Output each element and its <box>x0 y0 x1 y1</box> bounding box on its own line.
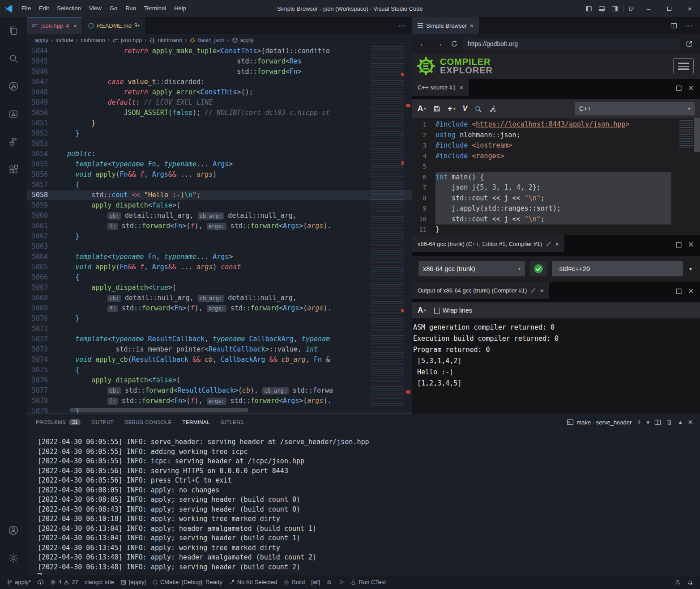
panel-tab-problems[interactable]: PROBLEMS31 <box>36 414 81 430</box>
notifications[interactable] <box>684 575 696 589</box>
split-editor-icon[interactable] <box>667 17 680 34</box>
source-editor[interactable]: 1#include <https://localhost:8443/apply/… <box>412 118 700 235</box>
debug-button[interactable] <box>323 575 335 589</box>
program-output[interactable]: ASM generation compiler returned: 0Execu… <box>412 318 700 414</box>
close-pane-icon[interactable]: × <box>459 84 463 91</box>
menu-view[interactable]: View <box>85 5 106 12</box>
feedback[interactable] <box>671 575 684 589</box>
run-debug-icon[interactable] <box>0 128 27 156</box>
font-size-button[interactable]: A▾ <box>418 306 426 315</box>
close-tab-icon[interactable]: × <box>470 22 474 29</box>
close-window-button[interactable]: × <box>679 0 700 17</box>
maximize-panel-icon[interactable]: ▲ <box>678 419 683 425</box>
options-dropdown-icon[interactable]: ▼ <box>687 267 694 271</box>
customize-layout-icon[interactable] <box>625 0 638 17</box>
explorer-icon[interactable] <box>0 17 27 45</box>
toggle-sidebar-icon[interactable] <box>582 0 595 17</box>
cmake-kit[interactable]: No Kit Selected <box>226 575 281 589</box>
build-target[interactable]: [all] <box>308 575 323 589</box>
more-actions-icon[interactable]: ⋯ <box>392 17 412 34</box>
cmake-project[interactable]: [apply] <box>117 575 149 589</box>
rename-pane-icon[interactable] <box>546 241 551 247</box>
compiler-select[interactable]: x86-64 gcc (trunk) ▾ <box>418 261 525 276</box>
code-editor[interactable]: 5044 return apply_make_tuple<ConstThis>(… <box>27 46 412 413</box>
url-input[interactable]: https://godbolt.org <box>463 38 680 50</box>
vertical-scrollbar[interactable] <box>694 118 700 152</box>
breadcrumb-item[interactable]: apply <box>35 37 48 43</box>
wrap-lines-checkbox[interactable]: Wrap lines <box>434 307 472 314</box>
menu-edit[interactable]: Edit <box>35 5 53 12</box>
cmake-icon[interactable] <box>0 100 27 128</box>
maximize-pane-icon[interactable] <box>675 85 683 92</box>
compile-status[interactable] <box>529 261 547 276</box>
breadcrumb-item[interactable]: C+json.hpp <box>112 37 142 43</box>
menu-run[interactable]: Run <box>121 5 140 12</box>
launch-button[interactable] <box>335 575 347 589</box>
rename-pane-icon[interactable] <box>530 288 536 293</box>
more-actions-icon[interactable]: ⋯ <box>682 17 696 34</box>
menu-go[interactable]: Go <box>106 5 121 12</box>
maximize-button[interactable] <box>659 0 679 17</box>
add-pane-button[interactable]: +▾ <box>448 104 456 114</box>
terminal-instance[interactable]: make - serve_header <box>567 419 632 426</box>
compiler-pane-tab[interactable]: x86-64 gcc (trunk) (C++, Editor #1, Comp… <box>412 235 564 252</box>
accounts-icon[interactable] <box>0 517 27 544</box>
quickbench-icon[interactable] <box>489 105 496 112</box>
cmake-status[interactable]: CMake: [Debug]: Ready <box>149 575 226 589</box>
hamburger-menu-icon[interactable] <box>673 58 694 74</box>
minimap[interactable] <box>679 120 693 148</box>
panel-tab-debug-console[interactable]: DEBUG CONSOLE <box>124 414 172 430</box>
breadcrumb-item[interactable]: apply <box>232 37 254 43</box>
new-terminal-icon[interactable]: + <box>636 417 641 427</box>
menu-terminal[interactable]: Terminal <box>140 5 170 12</box>
maximize-pane-icon[interactable] <box>675 288 683 295</box>
breadcrumb-item[interactable]: include <box>55 37 73 43</box>
kill-terminal-icon[interactable] <box>666 419 673 426</box>
tab-simple-browser[interactable]: Simple Browser × <box>412 17 479 34</box>
tab-json-hpp[interactable]: C+ json.hpp 4 × <box>27 17 83 34</box>
minimap[interactable] <box>371 46 404 407</box>
git-branch[interactable]: apply* <box>4 575 34 589</box>
run-ctest[interactable]: Run CTest <box>347 575 389 589</box>
terminal-output[interactable]: [2022-04-30 06:05:55] INFO: serve_header… <box>27 430 700 581</box>
close-tab-icon[interactable]: × <box>73 22 77 30</box>
menu-selection[interactable]: Selection <box>53 5 85 12</box>
settings-gear-icon[interactable] <box>0 544 27 572</box>
source-control-icon[interactable] <box>0 72 27 100</box>
language-select[interactable]: C++ ▾ <box>575 102 695 115</box>
breadcrumb-item[interactable]: nlohmann <box>81 37 105 43</box>
output-pane-tab[interactable]: Output of x86-64 gcc (trunk) (Compiler #… <box>412 282 549 299</box>
open-external-icon[interactable] <box>683 40 696 47</box>
problems[interactable]: 427 <box>47 575 81 589</box>
close-pane-icon[interactable]: × <box>688 239 694 250</box>
toggle-panel-icon[interactable] <box>595 0 608 17</box>
cppinsights-icon[interactable] <box>474 105 482 113</box>
breadcrumb-item[interactable]: {}nlohmann <box>149 37 182 43</box>
menu-help[interactable]: Help <box>170 5 190 12</box>
panel-tab-gitlens[interactable]: GITLENS <box>221 414 244 430</box>
panel-tab-output[interactable]: OUTPUT <box>91 414 114 430</box>
close-panel-icon[interactable]: × <box>688 417 693 427</box>
minimize-button[interactable]: – <box>638 0 659 17</box>
reload-icon[interactable] <box>448 40 461 47</box>
save-icon[interactable] <box>433 105 440 112</box>
horizontal-scrollbar[interactable] <box>69 408 248 412</box>
tab-readme-md[interactable]: README.md 9+ <box>83 17 146 34</box>
compiler-explorer-logo-icon[interactable] <box>416 56 436 76</box>
clangd-status[interactable]: clangd: idle <box>81 575 117 589</box>
terminal-dropdown-icon[interactable]: ▾ <box>646 419 649 426</box>
toggle-secondary-sidebar-icon[interactable] <box>608 0 621 17</box>
vim-mode-button[interactable]: V <box>462 105 467 113</box>
overview-ruler[interactable] <box>404 46 412 413</box>
font-size-button[interactable]: A▾ <box>418 104 426 113</box>
close-pane-icon[interactable]: × <box>555 240 559 248</box>
compiler-options-input[interactable]: -std=c++20 <box>552 261 683 276</box>
menu-file[interactable]: File <box>17 5 35 12</box>
maximize-pane-icon[interactable] <box>675 241 683 249</box>
close-pane-icon[interactable]: × <box>688 82 694 94</box>
publish-changes[interactable] <box>34 575 47 589</box>
cmake-build[interactable]: Build <box>280 575 308 589</box>
panel-tab-terminal[interactable]: TERMINAL <box>183 414 210 430</box>
forward-icon[interactable]: → <box>432 39 445 48</box>
breadcrumb[interactable]: apply›include›nlohmann›C+json.hpp›{}nloh… <box>27 34 412 46</box>
